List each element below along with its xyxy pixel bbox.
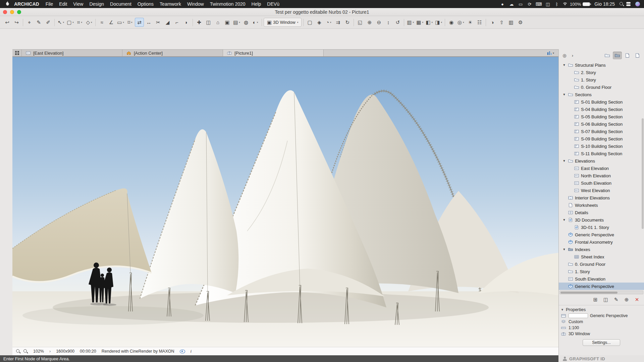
display-icon[interactable]: ▭ [517, 2, 524, 7]
view-name-row[interactable]: Generic Perspective [561, 313, 642, 319]
publish-button[interactable]: ⇧ [497, 18, 506, 27]
menu-extra-dot-icon[interactable]: ● [499, 2, 506, 7]
zoom-chevron[interactable]: › [49, 349, 51, 354]
undo-button[interactable]: ↩ [3, 18, 12, 27]
3d-style-button[interactable]: ◈ [315, 18, 324, 27]
arrow-tool-dd[interactable]: ↖▾ [56, 18, 65, 27]
menu-window[interactable]: Window [184, 1, 207, 7]
app-menu-archicad[interactable]: ARCHICAD [11, 1, 43, 7]
tab-overview-button[interactable] [12, 50, 22, 56]
pan-button[interactable]: ↕ [384, 18, 393, 27]
scrollbar-thumb[interactable] [560, 292, 618, 294]
lock-tool-dd[interactable]: ⌑▾ [125, 18, 135, 27]
menu-teamwork[interactable]: Teamwork [157, 1, 184, 7]
tab-action-center[interactable]: [Action Center] [122, 50, 223, 56]
zoom-out-button[interactable]: ⊖ [374, 18, 383, 27]
tab-east-elevation[interactable]: [East Elevation] [22, 50, 122, 56]
control-center-icon[interactable] [626, 2, 633, 6]
display-options-button[interactable]: ▢ [305, 18, 314, 27]
capture-button[interactable]: ◑ [488, 18, 497, 27]
expand-arrow-icon[interactable]: ▼ [562, 93, 566, 96]
eyedropper-tool[interactable]: ⌖ [25, 18, 34, 27]
menu-file[interactable]: File [43, 1, 56, 7]
workspace-icon[interactable]: ◫ [544, 2, 551, 7]
grid-options-dd[interactable]: ⌗▾ [75, 18, 84, 27]
tree-item-frontal-axonometry[interactable]: Frontal Axonometry [559, 238, 644, 246]
tab-picture1[interactable]: [Picture1] [223, 50, 324, 56]
menu-design[interactable]: Design [86, 1, 107, 7]
profile-dd[interactable]: ◔▾ [324, 18, 333, 27]
drag-mode-button[interactable]: ⇄ [135, 18, 144, 27]
properties-header[interactable]: ▼ Properties [561, 306, 642, 313]
tree-item-indexes[interactable]: ▼Indexes [559, 246, 644, 253]
tree-item-s-01-building-section[interactable]: S-01 Building Section [559, 98, 644, 106]
render-viewport[interactable] [12, 57, 558, 347]
pen-tool[interactable]: ✐ [44, 18, 53, 27]
tree-item-s-10-building-section[interactable]: S-10 Building Section [559, 142, 644, 150]
tree-item-s-04-building-section[interactable]: S-04 Building Section [559, 106, 644, 113]
tree-item-1-story[interactable]: 1. Story [559, 76, 644, 83]
expand-arrow-icon[interactable]: ▼ [562, 218, 566, 222]
settings-button[interactable]: Settings... [583, 339, 620, 346]
tree-item-south-elevation[interactable]: South Elevation [559, 275, 644, 283]
zoom-level[interactable]: 102% [33, 349, 44, 354]
favorites-button[interactable]: ⌂ [213, 18, 222, 27]
delete-button[interactable]: ✕ [633, 296, 641, 303]
sync-icon[interactable]: ⟳ [526, 2, 533, 7]
guideline-tool[interactable]: ∠ [107, 18, 116, 27]
tree-item-3d-01-1-story[interactable]: 3D-01 1. Story [559, 224, 644, 231]
tree-item-s-11-building-section[interactable]: S-11 Building Section [559, 150, 644, 157]
view-name-field[interactable] [569, 313, 588, 318]
renovation-dd[interactable]: ◨▾ [434, 18, 443, 27]
zoom-out-icon[interactable] [16, 349, 20, 354]
tree-item-s-07-building-section[interactable]: S-07 Building Section [559, 128, 644, 135]
walk-mode-button[interactable]: ⇉ [333, 18, 342, 27]
expand-arrow-icon[interactable]: ▼ [562, 63, 566, 67]
publisher-button[interactable] [633, 52, 642, 59]
menu-help[interactable]: Help [249, 1, 264, 7]
new-view-button[interactable]: ⊕ [623, 296, 630, 303]
bluetooth-icon[interactable]: ᛒ [553, 2, 560, 7]
layer-combination-row[interactable]: Custom [561, 319, 642, 325]
tree-item-2-story[interactable]: 2. Story [559, 69, 644, 76]
menu-document[interactable]: Document [107, 1, 135, 7]
trim-tool[interactable]: ✂ [154, 18, 163, 27]
tree-item-west-elevation[interactable]: West Elevation [559, 187, 644, 194]
snap-options-dd[interactable]: ◇▾ [85, 18, 94, 27]
camera-button[interactable]: ◉ [447, 18, 456, 27]
graphisoft-id-area[interactable]: GRAPHISOFT ID [558, 355, 644, 362]
previous-view-button[interactable]: ↺ [393, 18, 402, 27]
tree-item-0-ground-floor[interactable]: 0. Ground Floor [559, 83, 644, 91]
gear-button[interactable]: ⚙ [516, 18, 525, 27]
scale-row[interactable]: 1:100 [561, 325, 642, 331]
print-button[interactable]: ☷ [475, 18, 484, 27]
tree-item-elevations[interactable]: ▼Elevations [559, 157, 644, 165]
expand-arrow-icon[interactable]: ▼ [562, 159, 566, 163]
screen-button[interactable]: ▥ [506, 18, 516, 27]
spotlight-icon[interactable] [619, 2, 624, 6]
tree-item-north-elevation[interactable]: North Elevation [559, 172, 644, 179]
camera-path-dd[interactable]: ◎▾ [456, 18, 465, 27]
navigator-pin-icon[interactable]: ◎ [561, 52, 568, 59]
close-button[interactable] [3, 10, 7, 14]
minimize-button[interactable] [10, 10, 14, 14]
tree-item-east-elevation[interactable]: East Elevation [559, 165, 644, 172]
split-tool[interactable]: ◢ [163, 18, 172, 27]
cloud-icon[interactable]: ☁ [508, 2, 515, 7]
translator-dd[interactable]: ◐▾ [251, 18, 260, 27]
tree-item-generic-perspective[interactable]: Generic Perspective [559, 231, 644, 238]
globe-button[interactable]: ◍ [241, 18, 251, 27]
rectangle-tool-dd[interactable]: ▭▾ [116, 18, 125, 27]
tree-item-0-ground-floor[interactable]: 0. Ground Floor [559, 260, 644, 268]
menu-dev[interactable]: DEVù [264, 1, 282, 7]
tree-item-sections[interactable]: ▼Sections [559, 91, 644, 98]
tree-item-s-05-building-section[interactable]: S-05 Building Section [559, 113, 644, 120]
tree-item-interior-elevations[interactable]: Interior Elevations [559, 194, 644, 201]
wifi-icon[interactable] [562, 2, 568, 6]
fit-view-button[interactable]: ◱ [356, 18, 365, 27]
tree-item-sheet-index[interactable]: Sheet Index [559, 253, 644, 260]
move-tool[interactable]: ✚ [195, 18, 204, 27]
intersect-tool[interactable]: ◗ [182, 18, 191, 27]
view-type-row[interactable]: 3D Window [561, 331, 642, 337]
zoom-in-icon[interactable] [23, 349, 28, 354]
